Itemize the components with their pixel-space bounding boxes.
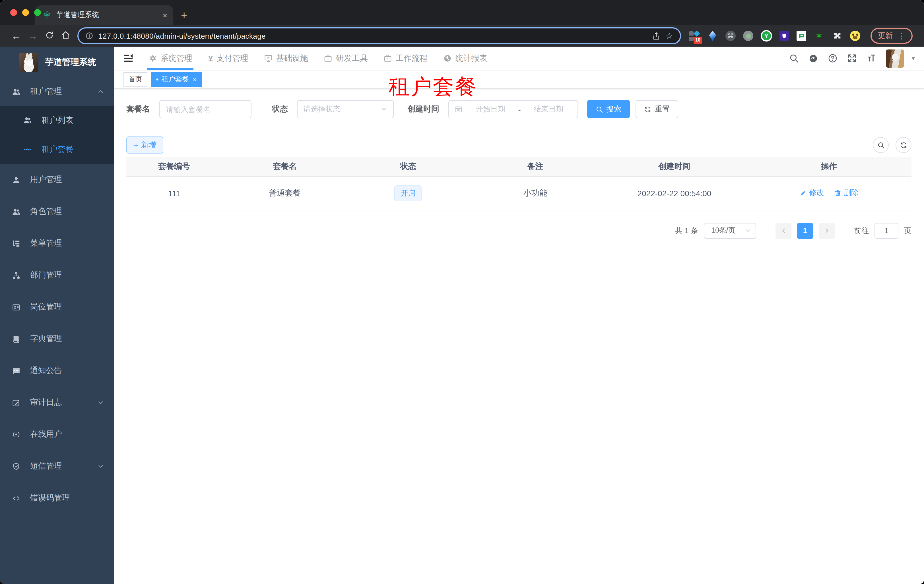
fullscreen-icon[interactable] bbox=[847, 53, 857, 63]
sidebar-item-tenant-package[interactable]: 租户套餐 bbox=[0, 135, 114, 164]
tab-close-icon[interactable]: × bbox=[163, 11, 167, 19]
user-avatar[interactable] bbox=[886, 49, 904, 67]
chrome-update-button[interactable]: 更新 ⋮ bbox=[871, 28, 912, 44]
col-status: 状态 bbox=[348, 157, 469, 176]
monitor-icon bbox=[264, 54, 273, 63]
package-name-input[interactable] bbox=[159, 100, 251, 118]
sidebar-item-user-management[interactable]: 用户管理 bbox=[0, 164, 114, 196]
status-toggle[interactable]: 开启 bbox=[394, 185, 422, 201]
delete-link[interactable]: 删除 bbox=[834, 188, 858, 198]
sidebar-item-tenant-management[interactable]: 租户管理 bbox=[0, 77, 114, 106]
sidebar-item-audit-log[interactable]: 审计日志 bbox=[0, 387, 114, 418]
top-nav-reports[interactable]: 统计报表 bbox=[436, 47, 495, 70]
tag-tenant-package[interactable]: ● 租户套餐 × bbox=[151, 72, 202, 87]
top-nav-workflow[interactable]: 工作流程 bbox=[376, 47, 436, 70]
window-minimize-button[interactable] bbox=[22, 9, 29, 16]
window-zoom-button[interactable] bbox=[34, 9, 41, 16]
extension-pin-squares bbox=[689, 31, 693, 41]
url-bar[interactable]: 127.0.0.1:48080/admin-ui/system/tenant/p… bbox=[78, 27, 681, 44]
top-nav-dev-tools[interactable]: 研发工具 bbox=[316, 47, 376, 70]
browser-tab[interactable]: 芋道管理系统 × bbox=[35, 5, 173, 25]
extension-kite-icon[interactable] bbox=[707, 30, 718, 41]
search-button[interactable]: 搜索 bbox=[587, 100, 630, 118]
sidebar-item-dict-management[interactable]: 字典管理 bbox=[0, 323, 114, 355]
sidebar-item-tenant-list[interactable]: 租户列表 bbox=[0, 106, 114, 135]
top-nav: 系统管理 ¥ 支付管理 基础设施 研发工具 bbox=[140, 47, 495, 70]
page-size-select[interactable]: 10条/页 bbox=[704, 223, 756, 239]
refresh-table-button[interactable] bbox=[896, 137, 911, 153]
date-range-picker[interactable]: 开始日期 - 结束日期 bbox=[448, 100, 578, 118]
top-nav-payment[interactable]: ¥ 支付管理 bbox=[200, 47, 256, 70]
edit-link[interactable]: 修改 bbox=[799, 188, 824, 198]
font-size-icon[interactable] bbox=[866, 53, 876, 63]
gauge-icon bbox=[444, 54, 452, 63]
browser-window: 芋道管理系统 × + ← → 127.0.0.1:48080/admin-ui/… bbox=[0, 0, 924, 584]
sidebar-item-post-management[interactable]: 岗位管理 bbox=[0, 291, 114, 323]
table-row: 111 普通套餐 开启 小功能 2022-02-22 00:54:00 修改 bbox=[126, 176, 911, 210]
url-text[interactable]: 127.0.0.1:48080/admin-ui/system/tenant/p… bbox=[99, 31, 647, 40]
goto-page-input[interactable] bbox=[874, 223, 898, 239]
extension-command-icon[interactable]: ⌘ bbox=[726, 31, 736, 41]
tag-close-icon[interactable]: × bbox=[193, 76, 197, 83]
help-icon[interactable] bbox=[828, 53, 838, 63]
search-icon[interactable] bbox=[789, 53, 799, 63]
org-chart-icon bbox=[12, 271, 20, 280]
window-close-button[interactable] bbox=[10, 9, 17, 16]
start-date-placeholder[interactable]: 开始日期 bbox=[467, 104, 514, 114]
reset-button[interactable]: 重置 bbox=[635, 100, 678, 118]
top-nav-infrastructure[interactable]: 基础设施 bbox=[256, 47, 316, 70]
sidebar-submenu-tenant: 租户列表 租户套餐 bbox=[0, 106, 114, 164]
add-button[interactable]: + 新增 bbox=[126, 137, 163, 153]
tags-view-bar: 首页 ● 租户套餐 × bbox=[114, 71, 924, 89]
tag-home[interactable]: 首页 bbox=[124, 72, 147, 87]
new-tab-button[interactable]: + bbox=[181, 10, 187, 20]
next-page-button[interactable] bbox=[819, 223, 835, 239]
current-page[interactable]: 1 bbox=[797, 223, 813, 239]
chevron-down-icon bbox=[97, 399, 104, 406]
sidebar-item-sms-management[interactable]: 短信管理 bbox=[0, 451, 114, 482]
back-button[interactable]: ← bbox=[8, 31, 25, 41]
browser-menu-icon[interactable]: ⋮ bbox=[897, 31, 905, 40]
reload-button[interactable] bbox=[41, 30, 58, 41]
chevron-down-icon bbox=[97, 463, 104, 470]
app-logo[interactable]: 芋道管理系统 bbox=[0, 47, 114, 77]
top-nav-system[interactable]: 系统管理 bbox=[140, 47, 200, 70]
extension-shield-icon[interactable] bbox=[779, 31, 789, 41]
avatar-caret-icon[interactable]: ▼ bbox=[910, 55, 916, 61]
bookmark-star-icon[interactable]: ☆ bbox=[665, 31, 673, 41]
share-icon[interactable] bbox=[652, 31, 660, 40]
sidebar-item-dept-management[interactable]: 部门管理 bbox=[0, 259, 114, 291]
site-info-icon[interactable] bbox=[85, 32, 93, 40]
status-select[interactable]: 请选择状态 bbox=[297, 100, 394, 118]
sidebar-item-menu-management[interactable]: 菜单管理 bbox=[0, 227, 114, 259]
briefcase-icon bbox=[384, 54, 392, 63]
sidebar-item-error-code[interactable]: 错误码管理 bbox=[0, 482, 114, 514]
sidebar-collapse-icon[interactable] bbox=[123, 53, 134, 64]
sidebar-item-role-management[interactable]: 角色管理 bbox=[0, 196, 114, 227]
sidebar-item-notice[interactable]: 通知公告 bbox=[0, 355, 114, 387]
search-icon bbox=[596, 105, 603, 113]
forward-button[interactable]: → bbox=[25, 31, 41, 41]
prev-page-button[interactable] bbox=[776, 223, 792, 239]
extension-pin-icon[interactable]: 10 bbox=[689, 30, 700, 41]
extension-y-icon[interactable]: Y bbox=[761, 30, 772, 41]
extension-chat-icon[interactable] bbox=[797, 31, 806, 41]
user-icon bbox=[12, 175, 20, 184]
sidebar-item-online-users[interactable]: 在线用户 bbox=[0, 418, 114, 451]
people-icon bbox=[23, 116, 32, 125]
cell-status: 开启 bbox=[348, 176, 469, 210]
pagination: 共 1 条 10条/页 1 前往 页 bbox=[126, 223, 911, 239]
toggle-search-button[interactable] bbox=[873, 137, 889, 153]
extension-star-icon[interactable]: ✶ bbox=[813, 30, 825, 41]
chevron-down-icon bbox=[745, 227, 751, 234]
home-button[interactable] bbox=[58, 30, 74, 41]
cell-created-at: 2022-02-22 00:54:00 bbox=[602, 176, 747, 210]
github-icon[interactable] bbox=[808, 53, 818, 63]
sidebar: 芋道管理系统 租户管理 租户列表 租户套餐 bbox=[0, 47, 114, 584]
cell-actions: 修改 删除 bbox=[746, 176, 911, 210]
extensions-puzzle-icon[interactable] bbox=[832, 30, 843, 41]
end-date-placeholder[interactable]: 结束日期 bbox=[525, 104, 572, 114]
extension-emoji-icon[interactable] bbox=[850, 31, 860, 41]
extension-dot-icon[interactable] bbox=[743, 31, 753, 41]
extension-pin-diamond bbox=[693, 30, 700, 37]
